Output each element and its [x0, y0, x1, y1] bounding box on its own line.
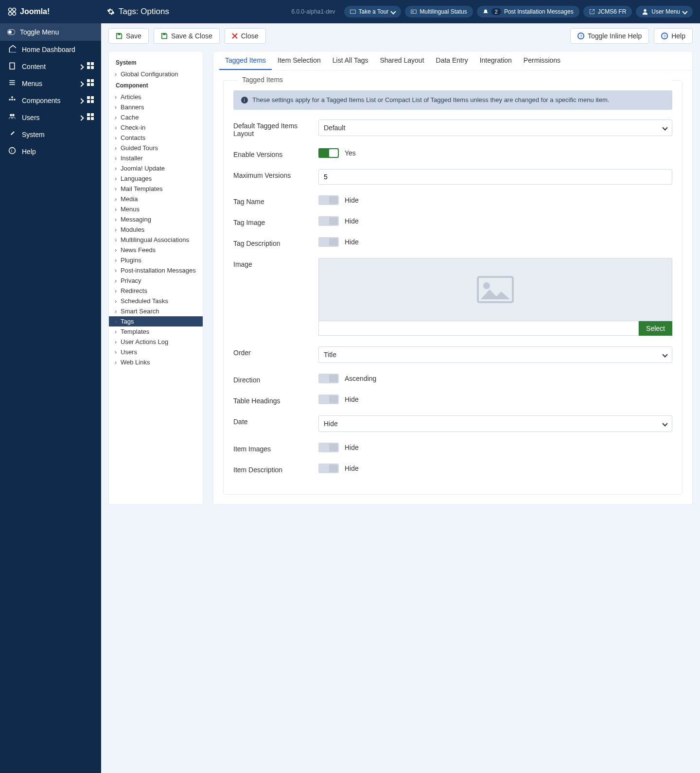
- order-select[interactable]: Title: [318, 346, 672, 363]
- image-select-button[interactable]: Select: [639, 321, 672, 336]
- item-images-value: Hide: [345, 444, 359, 451]
- help-icon: ?: [578, 33, 584, 39]
- post-install-messages-button[interactable]: 2 Post Installation Messages: [477, 6, 579, 17]
- config-nav-item[interactable]: Cache: [109, 112, 203, 122]
- config-nav-item[interactable]: Tags: [109, 316, 203, 326]
- config-nav-item[interactable]: Templates: [109, 326, 203, 337]
- chevron-right-icon: [79, 63, 83, 70]
- save-button[interactable]: Save: [108, 28, 149, 44]
- info-text: These settings apply for a Tagged Items …: [252, 96, 609, 103]
- config-nav-item[interactable]: Plugins: [109, 255, 203, 265]
- image-path-input[interactable]: [318, 321, 639, 336]
- tab-permissions[interactable]: Permissions: [518, 52, 566, 70]
- dashboard-grid-icon[interactable]: [87, 96, 94, 104]
- tab-item-selection[interactable]: Item Selection: [272, 52, 327, 70]
- sidebar-item-home-dashboard[interactable]: Home Dashboard: [0, 41, 101, 58]
- item-images-switch[interactable]: [318, 443, 339, 452]
- take-tour-button[interactable]: Take a Tour: [344, 6, 402, 17]
- tag-description-switch[interactable]: [318, 237, 339, 247]
- svg-text:i: i: [244, 98, 245, 103]
- enable-versions-switch[interactable]: [318, 148, 339, 158]
- sidebar-item-label: Menus: [22, 80, 42, 87]
- config-nav: System Global Configuration Component Ar…: [108, 51, 203, 505]
- svg-text:?: ?: [664, 34, 666, 39]
- config-nav-item[interactable]: Banners: [109, 102, 203, 112]
- sidebar-item-icon: [7, 96, 17, 105]
- dashboard-grid-icon[interactable]: [87, 79, 94, 87]
- help-button[interactable]: ? Help: [654, 28, 693, 44]
- tab-integration[interactable]: Integration: [474, 52, 518, 70]
- bell-icon: [483, 9, 489, 15]
- config-nav-item[interactable]: User Actions Log: [109, 337, 203, 347]
- config-nav-item[interactable]: Check-in: [109, 122, 203, 133]
- multilingual-status-button[interactable]: A Multilingual Status: [405, 6, 472, 17]
- user-menu-button[interactable]: User Menu: [636, 6, 693, 17]
- config-nav-item[interactable]: Global Configuration: [109, 69, 203, 79]
- toggle-inline-help-button[interactable]: ? Toggle Inline Help: [570, 28, 649, 44]
- sidebar-item-help[interactable]: iHelp: [0, 143, 101, 160]
- order-value: Title: [324, 351, 336, 359]
- date-select[interactable]: Hide: [318, 415, 672, 432]
- sidebar-item-content[interactable]: Content: [0, 58, 101, 75]
- config-nav-item[interactable]: Messaging: [109, 214, 203, 224]
- date-value: Hide: [324, 420, 338, 428]
- svg-rect-28: [91, 117, 94, 120]
- config-nav-item[interactable]: Multilingual Associations: [109, 235, 203, 245]
- svg-rect-12: [91, 62, 94, 65]
- config-nav-component-header: Component: [109, 79, 203, 92]
- max-versions-input[interactable]: [318, 169, 672, 185]
- config-nav-item[interactable]: Languages: [109, 173, 203, 184]
- config-nav-item[interactable]: Smart Search: [109, 306, 203, 316]
- config-nav-item[interactable]: Installer: [109, 153, 203, 163]
- sidebar-item-users[interactable]: Users: [0, 109, 101, 126]
- brand-logo[interactable]: Joomla!: [7, 7, 102, 17]
- config-nav-item[interactable]: Contacts: [109, 133, 203, 143]
- item-description-value: Hide: [345, 464, 359, 472]
- config-nav-item[interactable]: Users: [109, 347, 203, 357]
- tag-name-label: Tag Name: [233, 195, 318, 206]
- config-nav-item[interactable]: Post-installation Messages: [109, 265, 203, 275]
- tab-list-all-tags[interactable]: List All Tags: [327, 52, 374, 70]
- close-label: Close: [241, 32, 259, 40]
- save-icon: [161, 33, 168, 39]
- config-nav-item[interactable]: News Feeds: [109, 245, 203, 255]
- config-nav-item[interactable]: Articles: [109, 92, 203, 102]
- sidebar-item-system[interactable]: System: [0, 126, 101, 143]
- tag-image-switch[interactable]: [318, 216, 339, 226]
- tab-shared-layout[interactable]: Shared Layout: [374, 52, 430, 70]
- dashboard-grid-icon[interactable]: [87, 62, 94, 70]
- tag-name-switch[interactable]: [318, 195, 339, 205]
- close-button[interactable]: Close: [225, 28, 266, 44]
- toggle-menu-button[interactable]: Toggle Menu: [0, 23, 101, 41]
- table-headings-switch[interactable]: [318, 395, 339, 404]
- sidebar-item-components[interactable]: Components: [0, 92, 101, 109]
- config-nav-item[interactable]: Guided Tours: [109, 143, 203, 153]
- image-label: Image: [233, 258, 318, 268]
- config-nav-item[interactable]: Redirects: [109, 286, 203, 296]
- config-nav-item[interactable]: Menus: [109, 204, 203, 214]
- svg-point-1: [13, 8, 16, 12]
- config-nav-item[interactable]: Privacy: [109, 275, 203, 286]
- config-nav-item[interactable]: Scheduled Tasks: [109, 296, 203, 306]
- tab-tagged-items[interactable]: Tagged Items: [219, 52, 272, 70]
- item-description-switch[interactable]: [318, 464, 339, 473]
- config-nav-item[interactable]: Mail Templates: [109, 184, 203, 194]
- config-nav-item[interactable]: Web Links: [109, 357, 203, 367]
- tag-image-label: Tag Image: [233, 216, 318, 226]
- config-nav-item[interactable]: Joomla! Update: [109, 163, 203, 173]
- config-nav-item[interactable]: Modules: [109, 224, 203, 235]
- sidebar-item-label: Home Dashboard: [22, 46, 75, 53]
- user-menu-label: User Menu: [651, 8, 680, 15]
- default-layout-select[interactable]: Default: [318, 120, 672, 136]
- sidebar-item-icon: [7, 113, 17, 122]
- tab-data-entry[interactable]: Data Entry: [430, 52, 474, 70]
- image-placeholder-icon: [476, 275, 515, 304]
- direction-switch[interactable]: [318, 374, 339, 383]
- sidebar-item-icon: [7, 130, 17, 139]
- config-nav-item[interactable]: Media: [109, 194, 203, 204]
- sidebar-item-menus[interactable]: Menus: [0, 75, 101, 92]
- dashboard-grid-icon[interactable]: [87, 113, 94, 121]
- svg-rect-4: [350, 10, 355, 14]
- site-link-button[interactable]: JCMS6 FR: [583, 6, 632, 17]
- save-close-button[interactable]: Save & Close: [154, 28, 220, 44]
